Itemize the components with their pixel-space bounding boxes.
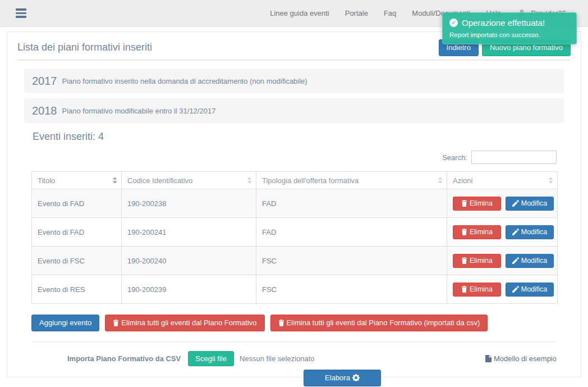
file-icon xyxy=(485,355,491,362)
delete-event-button[interactable]: Elimina xyxy=(453,225,501,239)
delete-all-events-button[interactable]: Elimina tutti gli eventi dal Piano Forma… xyxy=(105,315,264,331)
events-table: Titolo Codice Identificativo Tipologia d… xyxy=(31,171,558,304)
cell-azioni: Elimina Modifica xyxy=(447,275,558,304)
cell-tipologia: FSC xyxy=(256,247,447,275)
column-header-azioni[interactable]: Azioni xyxy=(447,172,558,189)
main-panel: Lista dei piani formativi inseriti Indie… xyxy=(7,31,581,377)
table-row: Evento di RES 190-200239 FSC Elimina Mod… xyxy=(32,275,558,304)
gear-icon xyxy=(352,374,360,381)
sort-icon[interactable] xyxy=(112,177,117,184)
menu-toggle-icon[interactable] xyxy=(16,7,26,20)
plan-panel-2017[interactable]: 2017 Piano formativo inserito nella doma… xyxy=(24,69,564,93)
column-header-titolo[interactable]: Titolo xyxy=(32,172,122,189)
cell-tipologia: FAD xyxy=(256,218,447,247)
csv-import-row: Importa Piano Formativo da CSV Scegli fi… xyxy=(31,351,557,367)
nav-portale[interactable]: Portale xyxy=(345,9,368,17)
trash-icon xyxy=(461,257,467,264)
toast-title: Operazione effettuata! xyxy=(462,18,545,28)
sort-icon[interactable] xyxy=(247,177,252,184)
cell-codice: 190-200241 xyxy=(122,218,256,247)
plan-list: 2017 Piano formativo inserito nella doma… xyxy=(24,69,564,123)
pencil-icon xyxy=(512,200,519,207)
delete-event-button[interactable]: Elimina xyxy=(453,254,501,268)
template-example-link[interactable]: Modello di esempio xyxy=(485,354,557,363)
column-header-tipologia[interactable]: Tipologia dell'offerta formativa xyxy=(256,172,447,189)
plan-year: 2017 xyxy=(32,75,57,88)
plan-description: Piano formativo inserito nella domanda d… xyxy=(62,77,307,85)
events-section: Eventi inseriti: 4 Search: Titolo Codice… xyxy=(31,131,557,386)
import-csv-label: Importa Piano Formativo da CSV xyxy=(67,354,181,363)
choose-file-button[interactable]: Scegli file xyxy=(188,351,234,367)
plan-description: Piano formativo modificabile entro il 31… xyxy=(62,107,216,115)
pencil-icon xyxy=(512,229,519,235)
search-input[interactable] xyxy=(471,151,557,164)
search-row: Search: xyxy=(31,151,557,164)
trash-icon xyxy=(278,320,284,326)
trash-icon xyxy=(461,200,467,207)
column-header-codice[interactable]: Codice Identificativo xyxy=(122,172,256,189)
process-row: Elabora xyxy=(31,370,557,386)
pencil-icon xyxy=(512,286,519,293)
delete-event-button[interactable]: Elimina xyxy=(453,197,501,211)
cell-azioni: Elimina Modifica xyxy=(447,189,558,218)
section-divider xyxy=(31,342,557,342)
cell-tipologia: FSC xyxy=(256,275,447,304)
edit-event-button[interactable]: Modifica xyxy=(506,197,554,211)
cell-codice: 190-200239 xyxy=(122,275,256,304)
table-row: Evento di FAD 190-200241 FAD Elimina Mod… xyxy=(32,218,558,247)
trash-icon xyxy=(113,320,119,326)
trash-icon xyxy=(461,229,467,235)
cell-titolo: Evento di RES xyxy=(32,275,122,304)
cell-titolo: Evento di FAD xyxy=(32,189,122,218)
trash-icon xyxy=(461,286,467,293)
toast-message: Report importato con successo. xyxy=(449,31,569,38)
success-toast[interactable]: ✓ Operazione effettuata! Report importat… xyxy=(442,12,577,44)
edit-event-button[interactable]: Modifica xyxy=(506,254,554,268)
edit-event-button[interactable]: Modifica xyxy=(506,225,554,239)
plan-panel-2018[interactable]: 2018 Piano formativo modificabile entro … xyxy=(24,98,564,123)
delete-event-button[interactable]: Elimina xyxy=(453,283,501,297)
table-header-row: Titolo Codice Identificativo Tipologia d… xyxy=(32,172,558,189)
search-label: Search: xyxy=(442,153,467,162)
add-event-button[interactable]: Aggiungi evento xyxy=(31,315,99,331)
cell-titolo: Evento di FSC xyxy=(32,247,122,275)
process-button[interactable]: Elabora xyxy=(304,370,381,386)
table-row: Evento di FSC 190-200240 FSC Elimina Mod… xyxy=(32,247,558,275)
sort-icon[interactable] xyxy=(548,177,553,184)
cell-codice: 190-200240 xyxy=(122,247,256,275)
pencil-icon xyxy=(512,257,519,264)
cell-azioni: Elimina Modifica xyxy=(447,218,558,247)
cell-codice: 190-200238 xyxy=(122,189,256,218)
sort-icon[interactable] xyxy=(438,177,443,184)
delete-all-csv-events-button[interactable]: Elimina tutti gli eventi dal Piano Forma… xyxy=(270,315,488,331)
edit-event-button[interactable]: Modifica xyxy=(506,283,554,297)
cell-azioni: Elimina Modifica xyxy=(447,247,558,275)
cell-tipologia: FAD xyxy=(256,189,447,218)
plan-year: 2018 xyxy=(32,104,57,117)
file-status-text: Nessun file selezionato xyxy=(240,354,315,363)
nav-faq[interactable]: Faq xyxy=(384,9,396,17)
bottom-buttons: Aggiungi evento Elimina tutti gli eventi… xyxy=(31,315,557,331)
cell-titolo: Evento di FAD xyxy=(32,218,122,247)
table-row: Evento di FAD 190-200238 FAD Elimina Mod… xyxy=(32,189,558,218)
events-count-heading: Eventi inseriti: 4 xyxy=(33,131,557,143)
check-circle-icon: ✓ xyxy=(449,19,458,27)
nav-linee-guida-eventi[interactable]: Linee guida eventi xyxy=(270,9,329,17)
